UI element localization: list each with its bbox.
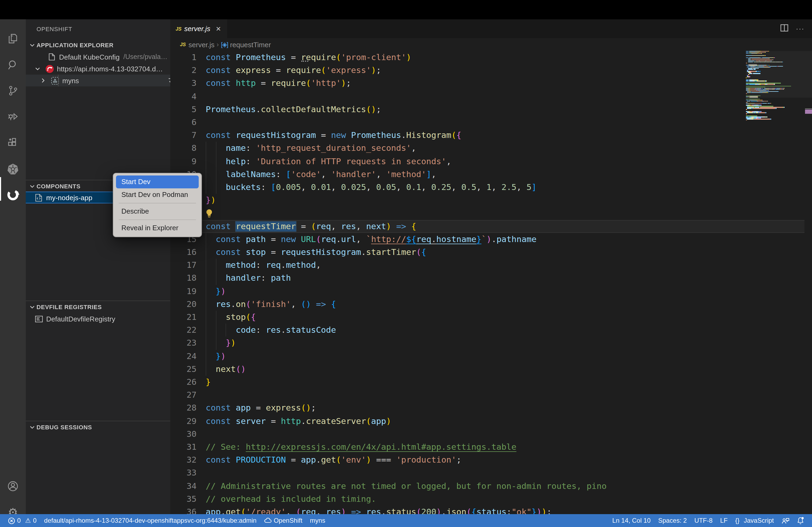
chevron-right-icon[interactable] (39, 78, 47, 83)
language-status[interactable]: {}JavaScript (735, 517, 774, 524)
code-token: ; (376, 65, 381, 75)
code-line-21[interactable]: stop({ (206, 311, 256, 323)
code-line-14[interactable]: const requestTimer = (req, res, next) =>… (206, 220, 416, 232)
code-token: 5 (526, 182, 532, 192)
code-line-20[interactable]: res.on('finish', () => { (206, 298, 336, 311)
extensions-icon[interactable] (0, 130, 26, 156)
component-context-menu: Start Dev Start Dev on Podman Describe R… (113, 173, 202, 237)
editor-more-icon[interactable]: ··· (796, 25, 804, 33)
code-line-26[interactable]: } (206, 376, 211, 389)
code-line-19[interactable]: }) (206, 285, 226, 298)
code-line-29[interactable]: const server = http.createServer(app) (206, 415, 391, 427)
kube-context-status[interactable]: default/api-rhoms-4-13-032704-dev-opensh… (44, 517, 257, 524)
code-line-7[interactable]: const requestHistogram = new Prometheus.… (206, 129, 461, 142)
namespace-status[interactable]: myns (310, 517, 325, 524)
code-line-28[interactable]: const app = express(); (206, 402, 316, 415)
code-line-23[interactable]: }) (206, 337, 236, 350)
code-line-1[interactable]: const Prometheus = require('prom-client'… (206, 51, 411, 64)
cursor-position-status[interactable]: Ln 14, Col 10 (612, 517, 651, 524)
minimap-token (747, 67, 750, 67)
minimap-token (746, 77, 746, 78)
problems-status[interactable]: 0 ⚠ 0 (8, 517, 37, 524)
source-control-icon[interactable] (0, 78, 26, 104)
minimap-token (765, 55, 766, 56)
code-line-34[interactable]: // Administrative routes are not timed o… (206, 480, 607, 492)
lightbulb-icon[interactable] (205, 209, 213, 220)
code-token: = (296, 221, 311, 231)
code-line-10[interactable]: labelNames: ['code', 'handler', 'method'… (206, 168, 436, 181)
code-line-9[interactable]: help: 'Duration of HTTP requests in seco… (206, 155, 451, 168)
code-line-24[interactable]: }) (206, 350, 226, 362)
minimap-token (784, 88, 785, 89)
tab-server-js[interactable]: JS server.js ✕ (170, 19, 227, 38)
section-debug-sessions[interactable]: DEBUG SESSIONS (26, 421, 170, 433)
minimap-token (766, 80, 767, 81)
chevron-down-icon[interactable] (33, 66, 42, 71)
code-line-18[interactable]: handler: path (206, 272, 291, 285)
kubernetes-icon[interactable] (0, 156, 26, 182)
run-debug-icon[interactable] (0, 104, 26, 130)
code-line-17[interactable]: method: req.method, (206, 259, 321, 272)
code-token: } (226, 338, 231, 348)
code-line-36[interactable]: app.get('/ready', (req, res) => res.stat… (206, 506, 552, 514)
minimap[interactable] (746, 51, 804, 514)
switch-namespace-icon[interactable] (168, 76, 170, 85)
code-token: , (396, 182, 406, 192)
close-tab-icon[interactable]: ✕ (216, 25, 221, 32)
openshift-icon[interactable] (0, 182, 26, 208)
code-token: , (446, 156, 451, 166)
code-line-12[interactable]: }) (206, 194, 216, 207)
line-number: 33 (170, 467, 197, 480)
code-line-16[interactable]: const stop = requestHistogram.startTimer… (206, 246, 426, 259)
menu-item-reveal-in-explorer[interactable]: Reveal in Explorer (116, 222, 199, 235)
eol-status[interactable]: LF (720, 517, 728, 524)
accounts-icon[interactable] (0, 473, 26, 499)
code-line-8[interactable]: name: 'http_request_duration_seconds', (206, 142, 416, 155)
menu-item-start-dev-podman[interactable]: Start Dev on Podman (116, 189, 199, 201)
explorer-icon[interactable] (0, 26, 26, 51)
section-application-explorer[interactable]: APPLICATION EXPLORER (26, 39, 170, 51)
code-token (206, 364, 216, 374)
tree-item-default-devfile-registry[interactable]: DefaultDevfileRegistry (26, 313, 170, 325)
minimap-line (746, 109, 747, 110)
openshift-status[interactable]: OpenShift (264, 517, 302, 524)
tree-item-namespace-myns[interactable]: myns (26, 75, 170, 86)
tree-item-kubeconfig[interactable]: Default KubeConfig /Users/pvala… (26, 51, 170, 63)
code-line-35[interactable]: // overhead is included in timing. (206, 493, 376, 506)
code-token: , (331, 182, 341, 192)
code-line-2[interactable]: const express = require('express'); (206, 64, 381, 77)
breadcrumb-item-file[interactable]: server.js (188, 41, 215, 48)
section-devfile-registries[interactable]: DEVFILE REGISTRIES (26, 301, 170, 313)
feedback-icon[interactable] (781, 517, 789, 524)
code-line-15[interactable]: const path = new URL(req.url, `http://${… (206, 233, 536, 246)
notifications-bell-icon[interactable] (797, 517, 804, 524)
code-line-32[interactable]: const PRODUCTION = app.get('env') === 'p… (206, 453, 461, 466)
minimap-token (746, 95, 761, 96)
code-line-25[interactable]: next() (206, 363, 246, 376)
code-editor[interactable]: 1234567891011121314151617181920212223242… (170, 51, 812, 514)
split-editor-icon[interactable] (780, 24, 788, 33)
menu-item-start-dev[interactable]: Start Dev (116, 176, 199, 189)
breadcrumb-item-symbol[interactable]: requestTimer (230, 41, 271, 48)
encoding-status[interactable]: UTF-8 (694, 517, 713, 524)
code-token: const (206, 416, 231, 426)
code-line-3[interactable]: const http = require('http'); (206, 77, 351, 90)
code-token (241, 247, 246, 257)
code-line-5[interactable]: Prometheus.collectDefaultMetrics(); (206, 103, 381, 116)
minimap-line (746, 119, 771, 120)
breadcrumb: JS server.js › [◈] requestTimer (170, 38, 812, 51)
line-number: 19 (170, 285, 197, 298)
code-line-11[interactable]: buckets: [0.005, 0.01, 0.025, 0.05, 0.1,… (206, 181, 536, 194)
line-number: 5 (170, 103, 197, 116)
indentation-status[interactable]: Spaces: 2 (658, 517, 687, 524)
minimap-token (760, 107, 783, 108)
minimap-token (767, 117, 767, 117)
tree-item-cluster[interactable]: https://api.rhoms-4.13-032704.d… (26, 63, 170, 75)
menu-item-describe[interactable]: Describe (116, 205, 199, 218)
code-line-31[interactable]: // See: http://expressjs.com/en/4x/api.h… (206, 441, 516, 453)
search-icon[interactable] (0, 52, 26, 78)
minimap-token (760, 60, 765, 61)
code-token: ) (371, 105, 376, 114)
js-file-icon: JS (180, 42, 186, 47)
code-line-22[interactable]: code: res.statusCode (206, 323, 336, 336)
